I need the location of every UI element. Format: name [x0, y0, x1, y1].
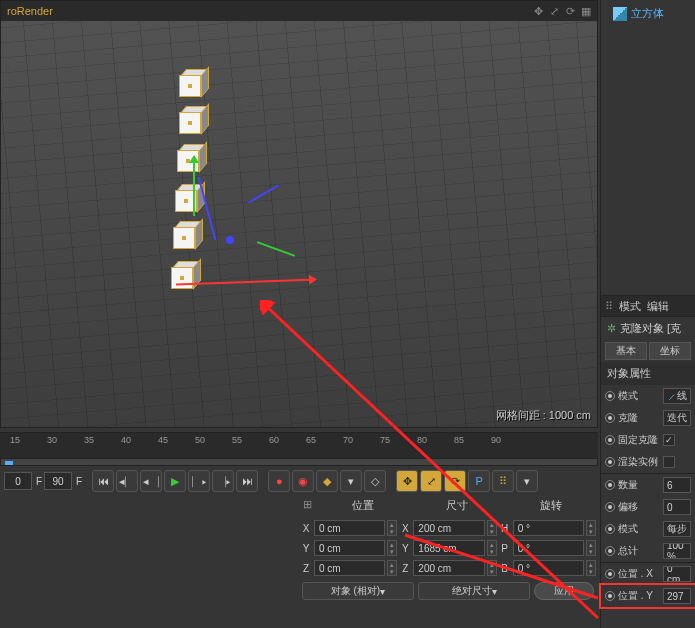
spinner[interactable]: ▴▾	[487, 540, 497, 556]
autokey-button[interactable]: ◉	[292, 470, 314, 492]
key-all-button[interactable]: ◇	[364, 470, 386, 492]
prev-frame-button[interactable]: ◂⎹	[140, 470, 162, 492]
anim-dot[interactable]	[605, 569, 615, 579]
move-view-icon[interactable]: ✥	[531, 4, 545, 18]
render-engine-label: roRender	[7, 5, 53, 17]
size-z-field[interactable]: 200 cm	[413, 560, 484, 576]
tab-basic[interactable]: 基本	[605, 342, 647, 360]
mode-menu[interactable]: 模式	[619, 299, 641, 314]
play-button[interactable]: ▶	[164, 470, 186, 492]
step-mode-field[interactable]: 每步	[663, 521, 691, 537]
timeline-scrubber[interactable]	[0, 458, 598, 466]
total-field[interactable]: 100 %	[663, 543, 691, 559]
pos-z-field[interactable]: 0 cm	[314, 560, 385, 576]
anim-dot[interactable]	[605, 546, 615, 556]
cube-icon	[613, 7, 627, 21]
coord-row: Y 0 cm ▴▾ Y 1685 cm ▴▾ P 0 ° ▴▾	[298, 538, 598, 558]
spinner[interactable]: ▴▾	[487, 560, 497, 576]
record-button[interactable]: ●	[268, 470, 290, 492]
rotate-tool-button[interactable]: ⟳	[444, 470, 466, 492]
anim-dot[interactable]	[605, 502, 615, 512]
options-button[interactable]: ▾	[516, 470, 538, 492]
keyframe-button[interactable]: ◆	[316, 470, 338, 492]
ruler-tick: 15	[10, 435, 20, 445]
anim-dot[interactable]	[605, 391, 615, 401]
apply-button[interactable]: 应用	[534, 582, 594, 600]
anim-dot[interactable]	[605, 591, 615, 601]
timeline-ruler[interactable]: 1530354045505560657075808590	[0, 432, 598, 458]
move-tool-button[interactable]: ✥	[396, 470, 418, 492]
anim-dot[interactable]	[605, 457, 615, 467]
cube-object-1[interactable]	[179, 69, 207, 97]
scale-tool-button[interactable]: ⤢	[420, 470, 442, 492]
spinner[interactable]: ▴▾	[586, 520, 596, 536]
cube-object-2[interactable]	[179, 106, 207, 134]
grid-spacing-label: 网格间距 : 1000 cm	[496, 408, 591, 423]
pos-y-field[interactable]: 297	[663, 588, 691, 604]
tab-coord[interactable]: 坐标	[649, 342, 691, 360]
anim-dot[interactable]	[605, 413, 615, 423]
zoom-view-icon[interactable]: ⤢	[547, 4, 561, 18]
size-y-field[interactable]: 1685 cm	[413, 540, 484, 556]
ruler-tick: 35	[84, 435, 94, 445]
point-tool-button[interactable]: ⠿	[492, 470, 514, 492]
cube-object-4[interactable]	[175, 184, 203, 212]
anim-dot[interactable]	[605, 524, 615, 534]
axis-label: X	[399, 523, 411, 534]
cube-object-5[interactable]	[173, 221, 201, 249]
attribute-manager-header: ⠿ 模式 编辑	[601, 295, 695, 317]
count-field[interactable]: 6	[663, 477, 691, 493]
relative-dropdown[interactable]: 对象 (相对) ▾	[302, 582, 414, 600]
axis-z-handle[interactable]	[226, 236, 234, 244]
pos-x-field[interactable]: 0 cm	[314, 520, 385, 536]
fix-clone-checkbox[interactable]	[663, 434, 675, 446]
render-inst-checkbox[interactable]	[663, 456, 675, 468]
anim-dot[interactable]	[605, 480, 615, 490]
size-x-field[interactable]: 200 cm	[413, 520, 484, 536]
frame-end-input[interactable]	[44, 472, 72, 490]
ruler-tick: 55	[232, 435, 242, 445]
spinner[interactable]: ▴▾	[387, 540, 397, 556]
spinner[interactable]: ▴▾	[586, 560, 596, 576]
object-tree[interactable]: 立方体	[601, 0, 695, 40]
viewport-grid[interactable]: 网格间距 : 1000 cm	[1, 21, 597, 427]
prev-key-button[interactable]: ◂⎸	[116, 470, 138, 492]
offset-field[interactable]: 0	[663, 499, 691, 515]
next-frame-button[interactable]: ⎸▸	[188, 470, 210, 492]
clone-field[interactable]: 迭代	[663, 410, 691, 426]
goto-end-button[interactable]: ⏭	[236, 470, 258, 492]
rot-b-field[interactable]: 0 °	[513, 560, 584, 576]
axis-label: Z	[300, 563, 312, 574]
next-key-button[interactable]: ⎹▸	[212, 470, 234, 492]
rot-h-field[interactable]: 0 °	[513, 520, 584, 536]
rot-p-field[interactable]: 0 °	[513, 540, 584, 556]
viewport-header: roRender ✥ ⤢ ⟳ ▦	[1, 1, 597, 21]
clone-object-icon: ✲	[607, 322, 616, 335]
pos-y-field[interactable]: 0 cm	[314, 540, 385, 556]
menu-icon[interactable]: ⠿	[605, 300, 613, 313]
spinner[interactable]: ▴▾	[387, 520, 397, 536]
key-options-button[interactable]: ▾	[340, 470, 362, 492]
rot-axis-label: B	[499, 563, 511, 574]
param-tool-button[interactable]: P	[468, 470, 490, 492]
anim-dot[interactable]	[605, 435, 615, 445]
spinner[interactable]: ▴▾	[387, 560, 397, 576]
frame-unit-label: F	[36, 476, 42, 487]
axis-label: Y	[300, 543, 312, 554]
axis-y-arrow[interactable]	[193, 156, 195, 216]
timeline-playhead[interactable]	[5, 461, 13, 465]
ruler-tick: 75	[380, 435, 390, 445]
spinner[interactable]: ▴▾	[586, 540, 596, 556]
goto-start-button[interactable]: ⏮	[92, 470, 114, 492]
pos-x-field[interactable]: 0 cm	[663, 566, 691, 582]
abs-size-dropdown[interactable]: 绝对尺寸 ▾	[418, 582, 530, 600]
tree-item-cube[interactable]: 立方体	[605, 4, 691, 23]
rotate-view-icon[interactable]: ⟳	[563, 4, 577, 18]
mode-field[interactable]: ⟋ 线	[663, 388, 691, 404]
viewport-3d[interactable]: roRender ✥ ⤢ ⟳ ▦ 网格间距 : 1000 cm	[0, 0, 598, 428]
layout-view-icon[interactable]: ▦	[579, 4, 593, 18]
frame-start-input[interactable]	[4, 472, 32, 490]
edit-menu[interactable]: 编辑	[647, 299, 669, 314]
axis-label: Y	[399, 543, 411, 554]
spinner[interactable]: ▴▾	[487, 520, 497, 536]
